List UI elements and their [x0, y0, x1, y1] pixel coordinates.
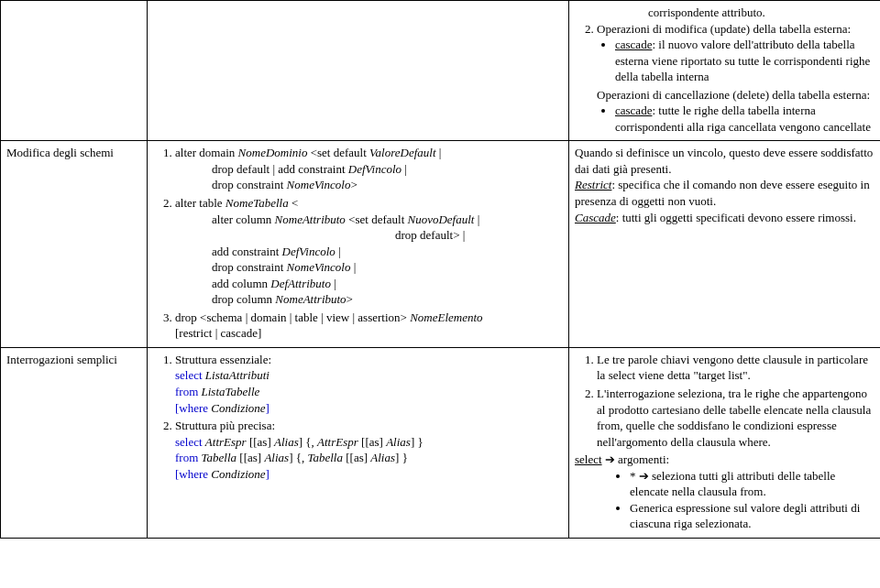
schema-alter-table: alter table NomeTabella < alter column N…: [175, 195, 563, 308]
row-modifica-schemi: Modifica degli schemi alter domain NomeD…: [1, 141, 881, 348]
ext-ops-delete-lead: Operazioni di cancellazione (delete) del…: [597, 87, 874, 103]
arg-star: * ➔ seleziona tutti gli attributi delle …: [630, 468, 874, 500]
cascade-label: Cascade: [575, 211, 616, 224]
trail-text: corrispondente attributo.: [648, 5, 874, 21]
ext-ops-cascade-update: cascade: il nuovo valore dell'attributo …: [615, 37, 874, 85]
cell-r0-left: [1, 1, 148, 141]
ext-ops-list: Operazioni di modifica (update) della ta…: [575, 21, 874, 136]
restrict-label: Restrict: [575, 178, 611, 191]
row-prev-trail: corrispondente attributo. Operazioni di …: [1, 1, 881, 141]
select-args-bul: * ➔ seleziona tutti gli attributi delle …: [575, 468, 874, 532]
note-cartesian: L'interrogazione seleziona, tra le righe…: [597, 386, 874, 450]
cell-r1-left: Modifica degli schemi: [1, 141, 148, 348]
cell-r0-right: corrispondente attributo. Operazioni di …: [569, 1, 881, 141]
query-ol: Struttura essenziale: select ListaAttrib…: [153, 352, 563, 482]
ext-ops-item2: Operazioni di modifica (update) della ta…: [597, 21, 874, 136]
row-interrogazioni: Interrogazioni semplici Struttura essenz…: [1, 347, 881, 538]
cell-r2-right: Le tre parole chiavi vengono dette claus…: [569, 347, 881, 538]
notes-ol: Le tre parole chiavi vengono dette claus…: [575, 352, 874, 450]
vincolo-note: Quando si definisce un vincolo, questo d…: [575, 146, 873, 176]
select-arguments: select ➔ argomenti: * ➔ seleziona tutti …: [575, 452, 874, 532]
cell-r2-left: Interrogazioni semplici: [1, 347, 148, 538]
ext-ops-lead: Operazioni di modifica (update) della ta…: [597, 22, 851, 36]
cell-r1-right: Quando si definisce un vincolo, questo d…: [569, 141, 881, 348]
ext-ops-bul2: cascade: tutte le righe della tabella in…: [597, 103, 874, 135]
ext-ops-cascade-delete: cascade: tutte le righe della tabella in…: [615, 103, 874, 135]
cell-r0-mid: [148, 1, 569, 141]
schema-alter-domain: alter domain NomeDominio <set default Va…: [175, 145, 563, 193]
schema-ol: alter domain NomeDominio <set default Va…: [153, 145, 563, 342]
arg-expr: Generica espressione sul valore degli at…: [630, 500, 874, 532]
query-essenziale: Struttura essenziale: select ListaAttrib…: [175, 352, 563, 416]
note-target-list: Le tre parole chiavi vengono dette claus…: [597, 352, 874, 384]
ext-ops-bul: cascade: il nuovo valore dell'attributo …: [597, 37, 874, 85]
cell-r2-mid: Struttura essenziale: select ListaAttrib…: [148, 347, 569, 538]
query-precisa: Struttura più precisa: select AttrEspr […: [175, 418, 563, 482]
doc-table: corrispondente attributo. Operazioni di …: [0, 0, 880, 539]
cell-r1-mid: alter domain NomeDominio <set default Va…: [148, 141, 569, 348]
schema-drop: drop <schema | domain | table | view | a…: [175, 310, 563, 342]
